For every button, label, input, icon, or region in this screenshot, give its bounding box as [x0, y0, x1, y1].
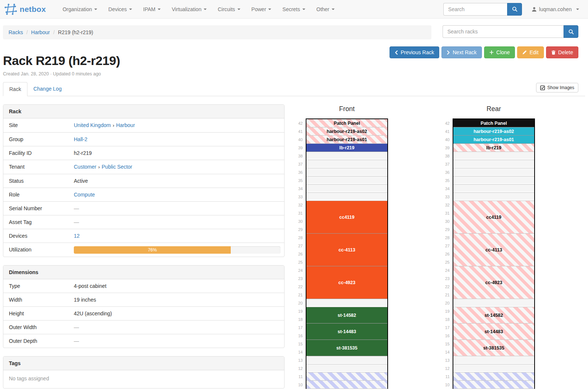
unit-number-42: 42: [440, 119, 453, 127]
user-menu[interactable]: luqman.cohen: [532, 6, 579, 12]
rack-unit-empty-u33-front[interactable]: [306, 193, 387, 201]
detail-label-site: Site: [3, 118, 74, 132]
rack-unit-empty-u37-rear[interactable]: [453, 160, 534, 168]
delete-button[interactable]: Delete: [546, 46, 578, 58]
rack-device-patch-panel-front[interactable]: Patch Panel: [306, 119, 387, 127]
link-customer[interactable]: Customer: [74, 164, 96, 170]
show-images-button[interactable]: Show Images: [536, 83, 578, 92]
nav-item-organization[interactable]: Organization: [57, 0, 103, 19]
detail-value-group: Hall-2: [74, 133, 284, 146]
detail-value-facility-id: h2-r219: [74, 146, 284, 160]
rack-unit-empty-u36-rear[interactable]: [453, 168, 534, 176]
value-text: 4-post cabinet: [74, 283, 106, 289]
netbox-logo[interactable]: netbox: [4, 3, 46, 16]
detail-row-serial-number: Serial Number—: [3, 201, 284, 215]
rack-device-harbour-r219-as01-front[interactable]: harbour-r219-as01: [306, 136, 387, 144]
rack-unit-empty-u33-rear[interactable]: [453, 193, 534, 201]
chevron-down-icon: [302, 9, 305, 10]
rack-device-cc-4113-rear[interactable]: cc-4113: [453, 234, 534, 266]
rack-device-harbour-r219-as02-front[interactable]: harbour-r219-as02: [306, 127, 387, 136]
rack-search-input[interactable]: [443, 25, 564, 38]
detail-label-height: Height: [3, 307, 74, 320]
tab-change-log[interactable]: Change Log: [27, 82, 68, 96]
unit-number-25: 25: [293, 258, 306, 266]
rack-unit-empty-u13-rear[interactable]: [453, 356, 534, 364]
rack-device-cc4119-rear[interactable]: cc4119: [453, 201, 534, 234]
rack-device-cc-4113-front[interactable]: cc-4113: [306, 234, 387, 266]
rack-unit-empty-u13-front[interactable]: [306, 356, 387, 364]
rack-device-cc-4923-rear[interactable]: cc-4923: [453, 266, 534, 299]
rack-unit-empty-u34-rear[interactable]: [453, 185, 534, 193]
unit-number-21: 21: [293, 291, 306, 299]
edit-button[interactable]: Edit: [517, 46, 543, 58]
rack-device-patch-panel-rear[interactable]: Patch Panel: [453, 119, 534, 127]
rack-unit-empty-u20-front[interactable]: [306, 299, 387, 307]
rack-unit-empty-u36-front[interactable]: [306, 168, 387, 176]
tab-rack[interactable]: Rack: [3, 82, 27, 96]
rack-device-harbour-r219-as02-rear[interactable]: harbour-r219-as02: [453, 127, 534, 136]
rack-unit-empty-u35-front[interactable]: [306, 176, 387, 185]
rack-device-st-381535-rear[interactable]: st-381535: [453, 340, 534, 356]
unit-number-34: 34: [440, 185, 453, 193]
rack-unit-empty-u35-rear[interactable]: [453, 176, 534, 185]
rack-unit-empty-u38-rear[interactable]: [453, 152, 534, 160]
detail-label-devices: Devices: [3, 229, 74, 243]
rack-unit-empty-u12-rear[interactable]: [453, 364, 534, 373]
rack-device-lb-r219-rear[interactable]: lb-r219: [453, 144, 534, 152]
value-text: —: [74, 324, 79, 330]
breadcrumb-item-racks[interactable]: Racks: [9, 29, 23, 35]
tags-empty-text: No tags assigned: [3, 370, 284, 388]
rack-unit-empty-u20-rear[interactable]: [453, 299, 534, 307]
detail-value-outer-width: —: [74, 321, 284, 334]
link-hall-2[interactable]: Hall-2: [74, 136, 88, 142]
unit-number-16: 16: [293, 332, 306, 340]
nav-item-circuits[interactable]: Circuits: [212, 0, 246, 19]
global-search-button[interactable]: [507, 3, 522, 16]
rack-unit-empty-u12-front[interactable]: [306, 364, 387, 373]
unit-number-22: 22: [440, 283, 453, 291]
unit-number-17: 17: [440, 324, 453, 332]
unit-number-15: 15: [293, 340, 306, 348]
nav-item-power[interactable]: Power: [246, 0, 277, 19]
link-public-sector[interactable]: Public Sector: [102, 164, 132, 170]
rack-device-st-14582-rear[interactable]: st-14582: [453, 307, 534, 324]
rack-unit-empty-u38-front[interactable]: [306, 152, 387, 160]
utilization-progress: 76%: [74, 246, 280, 254]
next-rack-button[interactable]: Next Rack: [441, 46, 482, 58]
detail-label-outer-depth: Outer Depth: [3, 334, 74, 348]
nav-item-devices[interactable]: Devices: [103, 0, 138, 19]
detail-row-site: SiteUnited Kingdom›Harbour: [3, 118, 284, 132]
previous-rack-button[interactable]: Previous Rack: [390, 46, 439, 58]
link-compute[interactable]: Compute: [74, 192, 95, 198]
rack-unit-empty-u34-front[interactable]: [306, 185, 387, 193]
rack-device-harbour-r219-as01-rear[interactable]: harbour-r219-as01: [453, 136, 534, 144]
rack-device-st-14483-rear[interactable]: st-14483: [453, 324, 534, 340]
unit-number-14: 14: [293, 348, 306, 356]
detail-row-devices: Devices12: [3, 229, 284, 243]
rack-device-st-381535-front[interactable]: st-381535: [306, 340, 387, 356]
rack-device-cc-4923-front[interactable]: cc-4923: [306, 266, 387, 299]
rack-search-button[interactable]: [564, 25, 578, 38]
link-harbour[interactable]: Harbour: [116, 122, 135, 128]
rack-device-lb-r219-front[interactable]: lb-r219: [306, 144, 387, 152]
detail-row-width: Width19 inches: [3, 293, 284, 306]
rack-device-cc4119-front[interactable]: cc4119: [306, 201, 387, 234]
detail-label-outer-width: Outer Width: [3, 321, 74, 334]
detail-value-status: Active: [74, 174, 284, 188]
unit-number-41: 41: [293, 127, 306, 136]
nav-item-other[interactable]: Other: [311, 0, 340, 19]
clone-button[interactable]: Clone: [484, 46, 515, 58]
nav-item-virtualization[interactable]: Virtualization: [166, 0, 212, 19]
global-search-input[interactable]: [443, 3, 507, 16]
breadcrumb-item-harbour[interactable]: Harbour: [31, 29, 50, 35]
nav-item-secrets[interactable]: Secrets: [277, 0, 311, 19]
link-united-kingdom[interactable]: United Kingdom: [74, 122, 111, 128]
detail-value-utilization: 76%: [74, 243, 284, 257]
link-12[interactable]: 12: [74, 233, 80, 239]
rack-unit-empty-u37-front[interactable]: [306, 160, 387, 168]
nav-item-ipam[interactable]: IPAM: [138, 0, 166, 19]
rack-device-st-14582-front[interactable]: st-14582: [306, 307, 387, 324]
rack-device-st-14483-front[interactable]: st-14483: [306, 324, 387, 340]
unit-number-41: 41: [440, 127, 453, 136]
detail-value-height: 42U (ascending): [74, 307, 284, 320]
